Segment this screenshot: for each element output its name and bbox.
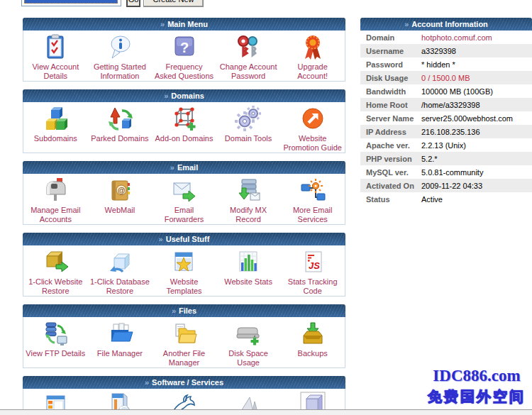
- menu-item-stats-tracking-code[interactable]: JS Stats Tracking Code: [280, 245, 345, 296]
- table-row: Bandwidth100000 MB (100GB): [360, 84, 532, 98]
- menu-item-label: More Email Services: [280, 206, 345, 224]
- menu-item-manage-email[interactable]: Manage Email Accounts: [23, 174, 88, 224]
- chevron-icon: »: [164, 92, 168, 100]
- table-row: PHP version5.2.*: [360, 152, 532, 165]
- menu-item-more-email-services[interactable]: More Email Services: [280, 174, 345, 224]
- menu-item-file-manager[interactable]: File Manager: [88, 317, 153, 358]
- table-row: Domainhotphoto.comuf.com: [360, 31, 532, 44]
- menu-item-faq[interactable]: ? Frequency Asked Questions: [152, 31, 216, 81]
- row-label: Bandwidth: [360, 87, 421, 96]
- menu-item-getting-started[interactable]: Getting Started Information: [88, 31, 153, 81]
- row-value: 0 / 1500.0 MB: [421, 74, 470, 82]
- menu-item-webmail[interactable]: @ WebMail: [88, 174, 153, 215]
- menu-item-view-ftp[interactable]: View FTP Details: [23, 317, 88, 358]
- menu-item-label: Disk Space Usage: [216, 349, 281, 367]
- wireframe-cube-plus-icon: [170, 104, 198, 134]
- table-row: Server Nameserver25.000webhost.com: [360, 111, 532, 125]
- account-info-panel: »Account Information Domainhotphoto.comu…: [360, 18, 532, 206]
- menu-item-parked-domains[interactable]: Parked Domains: [88, 102, 153, 143]
- menu-item-label: Website Templates: [152, 277, 216, 296]
- panel-useful-stuff-body: 1-Click Website Restore 1-Click Database…: [23, 245, 345, 297]
- menu-item-upgrade-account[interactable]: Upgrade Account!: [280, 31, 345, 81]
- row-label: Domain: [360, 33, 421, 42]
- menu-item-disk-space[interactable]: Disk Space Usage: [216, 317, 281, 367]
- cubes-icon: [41, 104, 70, 134]
- panel-domains: »Domains Subdomains Parked Domains: [23, 89, 345, 153]
- row-label: PHP version: [360, 155, 421, 163]
- menu-item-label: 1-Click Database Restore: [88, 277, 153, 296]
- row-label: Password: [360, 60, 421, 69]
- table-row: StatusActive: [360, 192, 532, 206]
- menu-item-modify-mx[interactable]: Modify MX Record: [216, 174, 281, 224]
- row-value: 5.0.81-community: [421, 168, 483, 177]
- menu-item-website-promotion[interactable]: Website Promotion Guide: [280, 102, 345, 153]
- menu-item-label: Getting Started Information: [88, 62, 153, 81]
- account-info-header: »Account Information: [360, 18, 532, 31]
- table-row: Password* hidden *: [360, 57, 532, 71]
- row-label: Activated On: [360, 182, 421, 190]
- create-new-button[interactable]: Create New: [143, 0, 204, 7]
- keys-icon: [234, 33, 262, 62]
- chevron-icon: »: [145, 378, 149, 387]
- menu-item-addon-domains[interactable]: Add-on Domains: [152, 102, 216, 143]
- panel-title: Account Information: [411, 20, 488, 28]
- row-label: Server Name: [360, 114, 421, 123]
- table-row: Activated On2009-11-22 04:33: [360, 179, 532, 192]
- gears-icon: [234, 104, 262, 134]
- menu-item-another-file-manager[interactable]: Another File Manager: [152, 317, 216, 367]
- menu-item-view-account-details[interactable]: View Account Details: [23, 31, 88, 81]
- table-row: Apache ver.2.2.13 (Unix): [360, 138, 532, 152]
- row-value: * hidden *: [421, 60, 455, 69]
- menu-item-label: Stats Tracking Code: [280, 277, 345, 296]
- panel-main-menu-header: »Main Menu: [23, 18, 345, 31]
- disk-plus-icon: [234, 319, 262, 349]
- row-value: /home/a3329398: [421, 101, 480, 109]
- window-star-icon: [170, 248, 198, 277]
- menu-item-label: WebMail: [103, 206, 138, 215]
- envelope-arrow-icon: [170, 176, 198, 206]
- menu-item-change-password[interactable]: Change Account Password: [216, 31, 281, 81]
- table-row: IP Address216.108.235.136: [360, 125, 532, 138]
- panel-main-menu-body: View Account Details Getting Started Inf…: [23, 31, 345, 82]
- menu-item-label: View Account Details: [23, 62, 88, 81]
- panel-email: »Email Manage Email Accounts @ WebMail: [23, 161, 345, 225]
- row-label: Username: [360, 47, 421, 55]
- menu-item-subdomains[interactable]: Subdomains: [23, 102, 88, 143]
- menu-item-label: File Manager: [95, 349, 145, 358]
- watermark: IDC886.com 免费国外空间: [423, 367, 531, 406]
- menu-item-email-forwarders[interactable]: Email Forwarders: [152, 174, 216, 224]
- panel-files-body: View FTP Details File Manager Another Fi…: [23, 317, 345, 368]
- menu-item-database-restore[interactable]: 1-Click Database Restore: [88, 245, 153, 296]
- menu-item-label: Add-on Domains: [153, 134, 216, 143]
- panel-email-header: »Email: [23, 161, 345, 174]
- panel-files: »Files View FTP Details File Manager: [23, 304, 345, 368]
- row-label: Status: [360, 195, 421, 204]
- menu-item-label: Website Promotion Guide: [280, 134, 345, 153]
- go-button[interactable]: Go: [126, 0, 140, 7]
- menu-item-domain-tools[interactable]: Domain Tools: [216, 102, 281, 143]
- svg-text:@: @: [118, 186, 126, 194]
- table-row: MySQL ver.5.0.81-community: [360, 165, 532, 179]
- menu-column: »Main Menu View Account Details Getting …: [23, 18, 345, 415]
- question-square-icon: ?: [170, 33, 198, 62]
- panel-files-header: »Files: [23, 304, 345, 317]
- panel-title: Software / Services: [152, 378, 223, 387]
- menu-item-backups[interactable]: Backups: [280, 317, 345, 358]
- menu-item-label: Subdomains: [32, 134, 79, 143]
- domain-link[interactable]: hotphoto.comuf.com: [421, 33, 492, 42]
- menu-item-website-stats[interactable]: Website Stats: [216, 245, 281, 287]
- panel-title: Email: [177, 163, 198, 172]
- panel-domains-header: »Domains: [23, 89, 345, 102]
- watermark-domain-text: IDC886.com: [423, 367, 531, 385]
- row-value: 2.2.13 (Unix): [421, 141, 466, 150]
- menu-item-website-restore[interactable]: 1-Click Website Restore: [23, 245, 88, 296]
- panel-software-services-header: »Software / Services: [23, 376, 345, 389]
- menu-item-website-templates[interactable]: Website Templates: [152, 245, 216, 296]
- table-row: Usernamea3329398: [360, 44, 532, 57]
- menu-item-label: Domain Tools: [223, 134, 274, 143]
- row-label: MySQL ver.: [360, 168, 421, 177]
- account-info-rows: Domainhotphoto.comuf.com Usernamea332939…: [360, 31, 532, 206]
- domain-input[interactable]: [21, 0, 121, 6]
- watermark-chinese-text: 免费国外空间: [423, 387, 531, 406]
- menu-item-label: Parked Domains: [89, 134, 150, 143]
